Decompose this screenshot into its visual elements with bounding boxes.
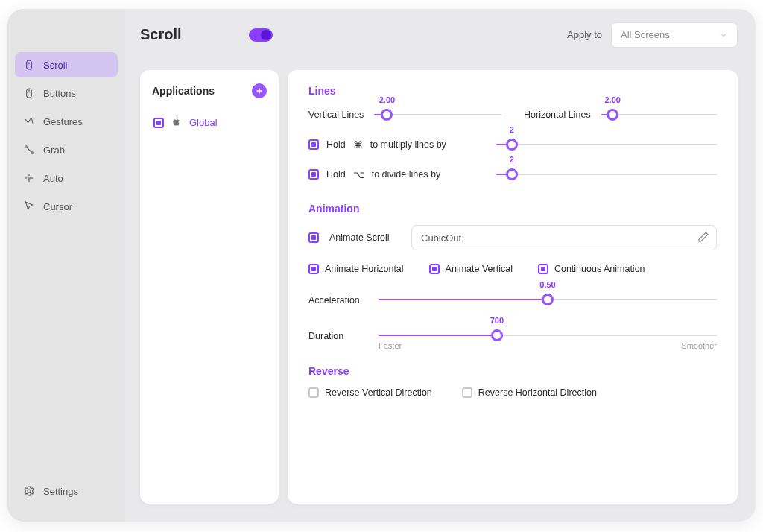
svg-point-4	[31, 152, 34, 154]
sidebar-item-label: Auto	[43, 173, 63, 184]
acceleration-label: Acceleration	[308, 292, 361, 305]
reverse-vertical-group[interactable]: Reverse Vertical Direction	[308, 387, 432, 398]
sidebar-item-scroll[interactable]: Scroll	[15, 52, 118, 77]
duration-faster-label: Faster	[379, 341, 402, 350]
svg-point-3	[25, 146, 28, 148]
animate-vertical-checkbox[interactable]	[429, 264, 440, 274]
edit-easing-button[interactable]	[697, 231, 709, 246]
divide-slider[interactable]: 2	[496, 167, 717, 182]
continuous-animation-group[interactable]: Continuous Animation	[538, 264, 645, 274]
sidebar-item-label: Scroll	[43, 60, 68, 71]
sidebar-item-auto[interactable]: Auto	[15, 165, 118, 191]
auto-icon	[22, 172, 36, 184]
pencil-icon	[697, 231, 709, 243]
animate-horizontal-label: Animate Horizontal	[325, 264, 404, 274]
sidebar-item-label: Cursor	[43, 201, 72, 212]
applications-title: Applications	[152, 85, 215, 97]
vertical-lines-slider[interactable]: 2.00	[374, 107, 501, 122]
horizontal-lines-label: Horizontal Lines	[524, 110, 591, 120]
mouse-icon	[22, 59, 36, 71]
application-item-global[interactable]: Global	[152, 112, 267, 133]
enable-toggle[interactable]	[249, 28, 273, 42]
continuous-animation-checkbox[interactable]	[538, 264, 548, 274]
duration-value: 700	[490, 316, 504, 325]
gear-icon	[22, 485, 36, 497]
add-application-button[interactable]	[252, 83, 267, 98]
section-title-animation: Animation	[308, 203, 717, 215]
divide-value: 2	[510, 155, 514, 164]
continuous-animation-label: Continuous Animation	[554, 264, 645, 274]
cursor-icon	[22, 200, 36, 212]
multiply-text: to multiply lines by	[370, 139, 446, 150]
animate-vertical-group[interactable]: Animate Vertical	[429, 264, 513, 274]
svg-point-5	[28, 177, 31, 180]
option-key-icon: ⌥	[353, 169, 364, 180]
vertical-lines-label: Vertical Lines	[308, 110, 364, 120]
sidebar-bottom: Settings	[7, 478, 125, 522]
section-title-lines: Lines	[308, 85, 717, 97]
hold-label: Hold	[326, 139, 346, 150]
reverse-horizontal-group[interactable]: Reverse Horizontal Direction	[462, 387, 597, 398]
multiply-slider[interactable]: 2	[496, 137, 717, 152]
app-window: Scroll Buttons Gestures Grab	[7, 9, 756, 522]
gesture-icon	[22, 115, 36, 127]
animate-horizontal-group[interactable]: Animate Horizontal	[308, 264, 404, 274]
apple-icon	[171, 116, 182, 129]
multiply-value: 2	[510, 125, 514, 134]
content-columns: Applications Global Lines	[140, 70, 738, 504]
page-title: Scroll	[140, 26, 182, 43]
apply-to-value: All Screens	[621, 29, 670, 40]
duration-smoother-label: Smoother	[681, 341, 717, 350]
duration-slider[interactable]: 700 Faster Smoother	[379, 328, 717, 343]
easing-input[interactable]	[411, 225, 717, 250]
sidebar: Scroll Buttons Gestures Grab	[7, 9, 125, 522]
duration-label: Duration	[308, 328, 361, 341]
header: Scroll Apply to All Screens	[140, 27, 738, 57]
sidebar-item-gestures[interactable]: Gestures	[15, 109, 118, 134]
acceleration-slider[interactable]: 0.50	[379, 292, 717, 307]
divide-text: to divide lines by	[372, 169, 440, 180]
animate-scroll-checkbox[interactable]	[308, 232, 319, 243]
sidebar-item-cursor[interactable]: Cursor	[15, 194, 118, 219]
chevron-down-icon	[719, 31, 728, 39]
horizontal-lines-value: 2.00	[604, 95, 620, 104]
animate-horizontal-checkbox[interactable]	[308, 264, 319, 274]
sidebar-item-buttons[interactable]: Buttons	[15, 80, 118, 106]
reverse-vertical-label: Reverse Vertical Direction	[325, 387, 432, 398]
animate-scroll-label: Animate Scroll	[329, 232, 401, 243]
section-title-reverse: Reverse	[308, 365, 717, 377]
acceleration-value: 0.50	[539, 280, 555, 289]
sidebar-item-settings[interactable]: Settings	[15, 478, 118, 504]
hold-label: Hold	[326, 169, 346, 180]
vertical-lines-value: 2.00	[379, 95, 395, 104]
main: Scroll Apply to All Screens Applications	[125, 9, 756, 522]
apply-to-select[interactable]: All Screens	[611, 22, 738, 48]
svg-rect-0	[27, 60, 32, 69]
app-checkbox[interactable]	[153, 118, 164, 128]
reverse-horizontal-label: Reverse Horizontal Direction	[478, 387, 597, 398]
reverse-horizontal-checkbox[interactable]	[462, 387, 472, 398]
animate-vertical-label: Animate Vertical	[446, 264, 513, 274]
settings-card: Lines Vertical Lines 2.00 Horizontal Lin…	[288, 70, 738, 504]
sidebar-item-label: Buttons	[43, 88, 76, 99]
svg-point-6	[28, 490, 31, 493]
sidebar-settings-label: Settings	[43, 486, 78, 497]
applications-card: Applications Global	[140, 70, 279, 504]
sidebar-item-label: Gestures	[43, 116, 83, 127]
apply-to-label: Apply to	[567, 29, 602, 40]
horizontal-lines-slider[interactable]: 2.00	[601, 107, 717, 122]
grab-icon	[22, 144, 36, 156]
sidebar-item-grab[interactable]: Grab	[15, 137, 118, 162]
mouse-button-icon	[22, 87, 36, 99]
reverse-vertical-checkbox[interactable]	[308, 387, 319, 398]
sidebar-item-label: Grab	[43, 145, 65, 156]
multiply-checkbox[interactable]	[308, 139, 319, 150]
sidebar-nav: Scroll Buttons Gestures Grab	[7, 52, 125, 219]
app-label: Global	[189, 117, 218, 128]
plus-icon	[255, 86, 264, 95]
command-key-icon: ⌘	[353, 139, 363, 151]
divide-checkbox[interactable]	[308, 169, 319, 180]
